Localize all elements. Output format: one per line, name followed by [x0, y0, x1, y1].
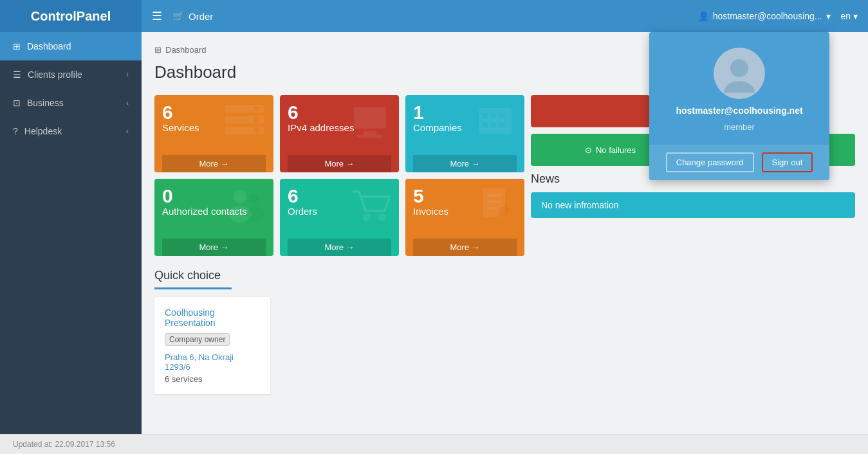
sidebar-item-helpdesk[interactable]: ? Helpdesk ‹ — [0, 117, 142, 145]
menu-icon[interactable]: ☰ — [152, 9, 162, 23]
breadcrumb-icon: ⊞ — [154, 45, 162, 55]
svg-rect-9 — [364, 131, 376, 135]
navbar-right: 👤 hostmaster@coolhousing... ▾ en ▾ — [698, 11, 858, 21]
svg-rect-17 — [499, 122, 504, 127]
user-email-label: hostmaster@coolhousing... — [713, 11, 822, 21]
svg-rect-5 — [254, 106, 259, 111]
sidebar-item-clients-profile[interactable]: ☰ Clients profile ‹ — [0, 60, 142, 89]
user-dropdown: hostmaster@coolhousing.net member Change… — [649, 32, 829, 180]
svg-point-21 — [246, 207, 264, 221]
sidebar-label-dashboard: Dashboard — [27, 41, 71, 51]
news-item: No new infromation — [531, 192, 855, 218]
chevron-icon: ‹ — [126, 127, 129, 136]
svg-rect-14 — [499, 113, 504, 118]
change-password-button[interactable]: Change password — [666, 152, 754, 172]
company-address: Praha 6, Na Okraji 1293/6 — [165, 352, 260, 372]
tile-services-icon — [222, 102, 267, 149]
svg-rect-16 — [491, 122, 496, 127]
tile-companies[interactable]: 1 Companies — [405, 95, 524, 172]
lang-label: en — [841, 11, 851, 21]
check-icon: ⊙ — [585, 145, 592, 155]
tile-orders-icon — [347, 185, 392, 232]
avatar — [714, 48, 765, 99]
svg-point-20 — [249, 193, 259, 203]
sidebar: ⊞ Dashboard ☰ Clients profile ‹ ⊡ Busine… — [0, 32, 142, 434]
svg-rect-12 — [483, 113, 488, 118]
sidebar-item-left: ⊞ Dashboard — [13, 41, 71, 51]
lang-chevron-icon: ▾ — [853, 11, 858, 21]
order-label: Order — [189, 11, 213, 22]
footer: Updated at: 22.09.2017 13:56 — [0, 434, 868, 454]
chevron-icon: ‹ — [126, 70, 129, 79]
clients-icon: ☰ — [13, 69, 21, 80]
svg-rect-25 — [487, 194, 501, 197]
sidebar-item-left: ☰ Clients profile — [13, 69, 82, 80]
user-menu-button[interactable]: 👤 hostmaster@coolhousing... ▾ — [698, 11, 831, 21]
dropdown-chevron-icon: ▾ — [826, 11, 831, 21]
svg-point-1 — [724, 81, 755, 93]
cart-icon: 🛒 — [172, 10, 185, 22]
sidebar-item-left: ⊡ Business — [13, 98, 64, 108]
tile-invoices-more[interactable]: More → — [413, 239, 517, 256]
company-services-count: 6 services — [165, 374, 260, 384]
sidebar-label-business: Business — [27, 98, 64, 108]
svg-rect-26 — [487, 201, 501, 203]
dashboard-icon: ⊞ — [13, 41, 21, 51]
company-name: Coolhousing Presentation — [165, 307, 260, 328]
status-bar-red — [531, 95, 650, 127]
svg-rect-13 — [491, 113, 496, 118]
svg-point-23 — [378, 213, 386, 221]
svg-rect-10 — [357, 135, 383, 138]
svg-rect-15 — [483, 122, 488, 127]
tile-services-more[interactable]: More → — [162, 155, 266, 172]
helpdesk-icon: ? — [13, 126, 18, 136]
brand-logo: ControlPanel — [0, 0, 142, 32]
sidebar-label-helpdesk: Helpdesk — [24, 126, 62, 136]
tile-contacts-icon — [222, 185, 267, 232]
user-dropdown-role: member — [724, 122, 755, 132]
sidebar-item-left: ? Helpdesk — [13, 126, 62, 136]
tile-invoices[interactable]: 5 Invoices More → — [405, 179, 524, 256]
tile-services[interactable]: 6 Services — [154, 95, 273, 172]
order-button[interactable]: 🛒 Order — [172, 10, 213, 22]
tile-companies-more[interactable]: More → — [413, 155, 517, 172]
svg-rect-7 — [254, 128, 259, 133]
news-section: News No new infromation — [531, 172, 855, 256]
svg-rect-6 — [254, 117, 259, 122]
tile-authorized-contacts[interactable]: 0 Authorized contacts More → — [154, 179, 273, 256]
svg-point-22 — [363, 213, 371, 221]
quick-choice-underline — [154, 287, 232, 289]
sidebar-item-business[interactable]: ⊡ Business ‹ — [0, 89, 142, 117]
user-dropdown-actions: Change password Sign out — [649, 145, 829, 180]
user-icon: 👤 — [698, 11, 709, 21]
svg-rect-11 — [479, 108, 512, 134]
svg-rect-27 — [487, 207, 496, 210]
language-selector[interactable]: en ▾ — [841, 11, 858, 21]
svg-point-0 — [730, 59, 748, 77]
tile-contacts-more[interactable]: More → — [162, 239, 266, 256]
svg-rect-8 — [354, 107, 386, 129]
navbar: ControlPanel ☰ 🛒 Order 👤 hostmaster@cool… — [0, 0, 868, 32]
company-role-badge: Company owner — [165, 333, 230, 346]
tile-ipv4-icon — [347, 102, 392, 149]
breadcrumb-label: Dashboard — [165, 45, 207, 55]
tile-orders-more[interactable]: More → — [288, 239, 391, 256]
no-failures-label: No failures — [596, 145, 636, 155]
tile-orders[interactable]: 6 Orders More → — [280, 179, 399, 256]
sign-out-button[interactable]: Sign out — [762, 152, 813, 172]
sidebar-label-clients: Clients profile — [28, 69, 82, 80]
tiles-left: 6 Services — [154, 95, 524, 256]
quick-choice-section: Quick choice Coolhousing Presentation Co… — [154, 269, 855, 394]
svg-point-18 — [234, 190, 246, 203]
tile-ipv4-more[interactable]: More → — [288, 155, 391, 172]
sidebar-item-dashboard[interactable]: ⊞ Dashboard — [0, 32, 142, 60]
chevron-icon: ‹ — [126, 98, 129, 107]
user-dropdown-header: hostmaster@coolhousing.net member — [649, 32, 829, 145]
business-icon: ⊡ — [13, 98, 21, 108]
tile-ipv4[interactable]: 6 IPv4 addresses More → — [280, 95, 399, 172]
updated-at: Updated at: 22.09.2017 13:56 — [13, 440, 115, 449]
tile-companies-icon — [473, 102, 518, 149]
quick-choice-title: Quick choice — [154, 269, 855, 282]
quick-choice-card[interactable]: Coolhousing Presentation Company owner P… — [154, 297, 270, 394]
user-dropdown-email: hostmaster@coolhousing.net — [676, 105, 802, 116]
